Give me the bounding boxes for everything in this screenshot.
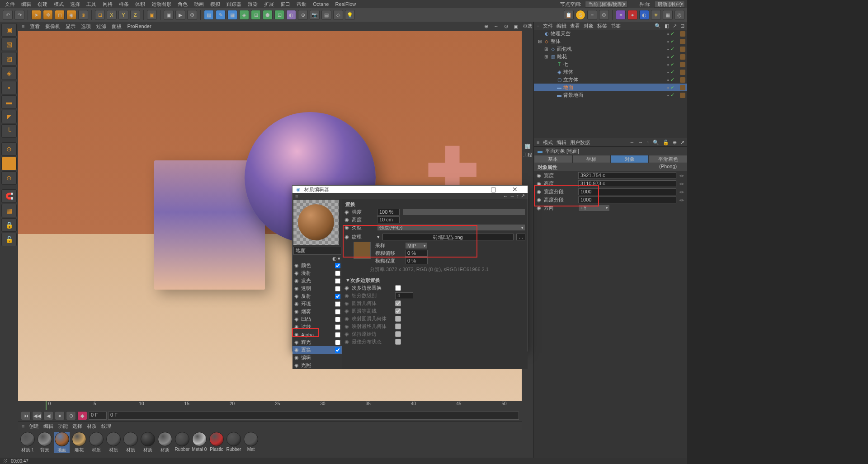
record-icon[interactable]: ⊙ (66, 411, 76, 420)
project-icon[interactable]: 🏢 (524, 143, 531, 149)
goto-start-icon[interactable]: ⏮ (21, 411, 31, 420)
om-menu[interactable]: 编辑 (557, 23, 566, 29)
om-menu[interactable]: 书签 (611, 23, 621, 29)
blue-icon[interactable]: ◐ (639, 10, 649, 20)
menu-item[interactable]: Octane (310, 1, 331, 7)
scale-tool-icon[interactable]: ◻ (55, 10, 65, 20)
attr-menu[interactable]: 编辑 (557, 139, 566, 146)
mat-menu[interactable]: 纹理 (101, 423, 111, 430)
current-frame-input[interactable]: 0 F (89, 412, 107, 420)
x-axis-icon[interactable]: X (107, 10, 117, 20)
model-mode-icon[interactable]: ▧ (1, 37, 17, 51)
menu-item[interactable]: 扩展 (261, 1, 277, 8)
texture-browse-button[interactable]: … (516, 234, 525, 240)
om-view-icon[interactable]: ⊡ (680, 23, 684, 29)
view-menu[interactable]: 摄像机 (45, 23, 60, 30)
strength-slider[interactable] (402, 209, 525, 216)
material-item[interactable]: 材质 (157, 432, 173, 453)
material-item[interactable]: Rubber (226, 432, 241, 453)
material-name-input[interactable]: 地面 (293, 247, 341, 255)
blur-scale-input[interactable]: 0 % (405, 258, 428, 264)
nav-back-icon[interactable]: ← (630, 140, 635, 145)
last-tool-icon[interactable]: ⊕ (78, 10, 88, 20)
material-item[interactable]: 材质.1 (20, 432, 35, 453)
material-channel-row[interactable]: ◉编辑 (292, 354, 342, 361)
octane-s2-icon[interactable]: S (1, 157, 17, 170)
array-icon[interactable]: ⊡ (274, 10, 284, 20)
nav-fwd-icon[interactable]: → (638, 140, 643, 145)
volume-icon[interactable]: ▦ (227, 10, 237, 20)
generator-icon[interactable]: ◈ (239, 10, 249, 20)
render-pv-icon[interactable]: ▶ (175, 10, 185, 20)
blur-offset-input[interactable]: 0 % (405, 250, 428, 257)
content-browser-icon[interactable]: 📋 (564, 10, 574, 20)
material-channel-row[interactable]: ◉法线 (292, 323, 342, 331)
point-mode-icon[interactable]: ▪ (1, 81, 17, 94)
attr-menu[interactable]: 用户数据 (570, 139, 590, 146)
material-channel-row[interactable]: ◉置换 (292, 346, 342, 354)
primitive-cube-icon[interactable]: ▧ (204, 10, 214, 20)
snap-icon[interactable]: 🧲 (1, 189, 17, 203)
material-channel-row[interactable]: ◉透明 (292, 285, 342, 292)
texture-path[interactable]: 砖墙凹凸.png (382, 234, 514, 240)
rec-key-icon[interactable]: ◆ (77, 411, 87, 420)
mat-menu[interactable]: 选择 (72, 423, 82, 430)
attr-menu[interactable]: 模式 (543, 139, 553, 146)
menu-item[interactable]: 样条 (116, 1, 132, 8)
om-menu[interactable]: 标签 (597, 23, 607, 29)
axis-mode-icon[interactable]: └ (1, 124, 17, 138)
material-item[interactable]: 材质 (89, 432, 104, 453)
view-menu[interactable]: 显示 (66, 23, 75, 30)
maximize-icon[interactable]: ▢ (484, 186, 502, 193)
material-channel-row[interactable]: ◉环境 (292, 300, 342, 308)
nav-fwd-icon[interactable]: → (510, 193, 515, 199)
close-icon[interactable]: ✕ (506, 186, 524, 193)
polygon-mode-icon[interactable]: ◤ (1, 110, 17, 123)
nav-icon[interactable]: ◐ (332, 256, 337, 262)
null-icon[interactable]: ◇ (333, 10, 343, 20)
om-view-icon[interactable]: ↗ (673, 23, 677, 29)
make-editable-icon[interactable]: ▣ (1, 23, 17, 37)
material-item[interactable]: 背景 (37, 432, 52, 453)
attr-row[interactable]: ◉宽度3921.754 c◂▸ (534, 171, 687, 179)
attr-row[interactable]: ◉高度3110.973 c◂▸ (534, 179, 687, 187)
om-view-icon[interactable]: ◧ (665, 23, 669, 29)
material-preview[interactable] (293, 200, 339, 245)
coord-system-icon[interactable]: ▣ (147, 10, 157, 20)
tree-row[interactable]: ▬背景地面▪✓ (534, 91, 687, 99)
extrude-icon[interactable]: ⬢ (263, 10, 273, 20)
menu-item[interactable]: 运动图形 (149, 1, 174, 8)
tree-row[interactable]: ⊟◇整体▪✓ (534, 37, 687, 45)
material-item[interactable]: 材质 (140, 432, 156, 453)
material-channel-row[interactable]: ◉烟雾 (292, 308, 342, 315)
node-space-dropdown[interactable]: 当前 (标准/物理) (585, 1, 627, 8)
material-channel-row[interactable]: ◉颜色 (292, 262, 342, 269)
material-item[interactable]: 材质 (106, 432, 121, 453)
nav-back-icon[interactable]: ← (503, 193, 508, 199)
tree-row[interactable]: ▬地面▪✓ (534, 84, 687, 91)
settings-icon[interactable]: ⚙ (599, 10, 609, 20)
shader-icon[interactable]: ✦ (616, 10, 626, 20)
subpoly-row[interactable]: ◉次多边形置换 (344, 284, 526, 292)
om-menu[interactable]: 查看 (570, 23, 580, 29)
om-menu[interactable]: 对象 (584, 23, 594, 29)
tree-row[interactable]: ◐物理天空▪✓ (534, 30, 687, 37)
mat-menu[interactable]: 材质 (87, 423, 97, 430)
nav-up-icon[interactable]: ↑ (647, 140, 650, 145)
tab-phong[interactable]: 平滑着色(Phong) (649, 155, 687, 163)
move-tool-icon[interactable]: ✥ (43, 10, 53, 20)
view-menu[interactable]: ProRender (127, 23, 151, 29)
sampling-dropdown[interactable]: MIP (405, 242, 428, 249)
menu-item[interactable]: 帮助 (294, 1, 309, 8)
material-channel-row[interactable]: ◉辉光 (292, 338, 342, 346)
unlock-icon[interactable]: 🔓 (1, 233, 17, 246)
render-view-icon[interactable]: ▣ (164, 10, 174, 20)
tab-object[interactable]: 对象 (611, 155, 649, 163)
autokey-icon[interactable]: ● (55, 411, 65, 420)
om-menu[interactable]: 文件 (543, 23, 553, 29)
mat-menu[interactable]: 编辑 (43, 423, 53, 430)
grid-icon[interactable]: ▦ (663, 10, 673, 20)
tree-row[interactable]: ⊞◇面包机▪✓ (534, 45, 687, 53)
material-channel-row[interactable]: ◉反射 (292, 292, 342, 300)
view-menu[interactable]: 选项 (81, 23, 91, 30)
